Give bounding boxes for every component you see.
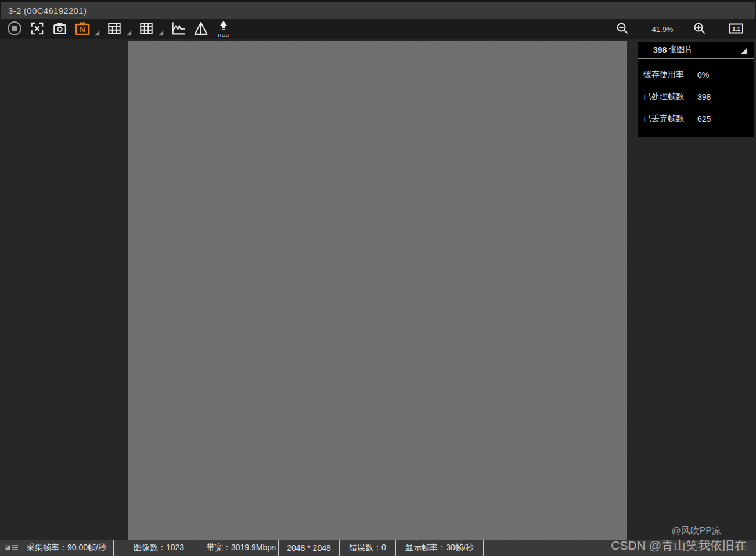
image-count-label: 张图片 — [668, 45, 693, 55]
one-to-one-icon: 1:1 — [729, 21, 744, 37]
flip-mirror-button[interactable] — [191, 20, 211, 39]
grid-icon — [139, 21, 154, 38]
status-bar: 采集帧率：90.00帧/秒 图像数：1023 带宽：3019.9Mbps 204… — [0, 540, 756, 556]
panel-collapse-icon[interactable] — [740, 47, 747, 54]
zoom-in-button[interactable] — [690, 20, 710, 39]
grid-dropdown-arrow-icon[interactable] — [158, 30, 164, 36]
stat-label: 缓存使用率 — [638, 70, 692, 80]
stats-rows: 缓存使用率 0% 已处理帧数 398 已丢弃帧数 625 — [638, 59, 754, 137]
status-image-count: 图像数：1023 — [114, 540, 204, 556]
capture-camera-icon — [52, 21, 67, 38]
stats-panel: 398 张图片 缓存使用率 0% 已处理帧数 398 已丢弃帧数 625 — [638, 42, 754, 137]
cross-grid-overlay-button[interactable] — [105, 20, 124, 39]
flip-triangle-icon — [193, 20, 209, 38]
capture-image-button[interactable] — [50, 20, 70, 39]
image-count: 398 — [653, 45, 667, 55]
n-camera-icon: N — [74, 20, 91, 38]
stat-label: 已丢弃帧数 — [638, 114, 692, 124]
fit-view-icon — [30, 21, 45, 38]
stats-row-dropped: 已丢弃帧数 625 — [638, 108, 754, 130]
status-error-count: 错误数：0 — [340, 540, 396, 556]
stats-row-cache: 缓存使用率 0% — [638, 64, 754, 86]
title-bar: 3-2 (00C46192201) — [0, 0, 756, 19]
grid-overlay-button[interactable] — [136, 20, 156, 39]
camera-viewer-window: 3-2 (00C46192201) — [0, 0, 756, 556]
svg-text:1:1: 1:1 — [732, 26, 740, 32]
cross-grid-icon — [107, 21, 122, 38]
status-display-fps: 显示帧率：30帧/秒 — [396, 540, 484, 556]
svg-text:N: N — [80, 25, 85, 34]
fit-view-button[interactable] — [27, 20, 47, 39]
rgb-arrow-icon — [218, 21, 229, 33]
stats-panel-header: 398 张图片 — [638, 42, 754, 59]
histogram-button[interactable] — [168, 20, 188, 39]
statusbar-menu-icon[interactable] — [4, 543, 19, 553]
stat-label: 已处理帧数 — [638, 92, 692, 102]
actual-size-button[interactable]: 1:1 — [726, 20, 746, 39]
stat-value: 625 — [692, 114, 711, 124]
zoom-out-icon — [615, 21, 629, 37]
toolbar: N — [0, 19, 756, 39]
stats-row-processed: 已处理帧数 398 — [638, 86, 754, 108]
toolbar-zoom-group: -41.9%- 1:1 — [613, 19, 749, 39]
acquisition-dropdown-arrow-icon[interactable] — [94, 30, 100, 36]
status-resolution: 2048 * 2048 — [279, 540, 340, 556]
zoom-in-icon — [693, 21, 707, 37]
continuous-acquisition-button[interactable]: N — [73, 20, 92, 39]
status-bandwidth: 带宽：3019.9Mbps — [204, 540, 279, 556]
window-title: 3-2 (00C46192201) — [1, 6, 87, 16]
camera-image[interactable] — [128, 41, 627, 540]
stat-value: 0% — [692, 70, 709, 80]
zoom-out-button[interactable] — [613, 20, 632, 39]
stop-acquisition-button[interactable] — [5, 20, 24, 39]
rgb-label: RGB — [218, 33, 229, 38]
histogram-icon — [170, 20, 186, 38]
zoom-level-value: -41.9%- — [646, 25, 679, 34]
rgb-adjust-button[interactable]: RGB — [214, 20, 233, 39]
cross-grid-dropdown-arrow-icon[interactable] — [126, 30, 132, 36]
stop-icon — [7, 21, 22, 38]
stat-value: 398 — [692, 92, 711, 102]
